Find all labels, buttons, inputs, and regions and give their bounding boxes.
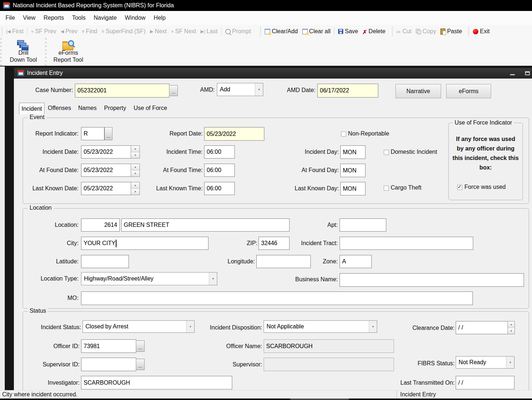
incident-entry-title-bar[interactable]: Incident Entry (14, 68, 532, 79)
maximize-icon[interactable] (525, 71, 530, 75)
incident-date-input[interactable]: 05/23/2022 (81, 145, 131, 159)
exit-button[interactable]: Exit (471, 27, 492, 36)
incident-date-spinner[interactable]: ▴▾ (131, 145, 140, 159)
menu-reports[interactable]: Reports (39, 12, 68, 24)
incident-tract-input[interactable] (340, 237, 473, 250)
case-number-label: Case Number: (22, 87, 73, 94)
eforms-button[interactable]: eForms (446, 84, 491, 98)
zip-label: ZIP: (239, 240, 257, 247)
first-button[interactable]: |◀First (4, 27, 26, 36)
location-type-dropdown[interactable]: Highway/Road/Street/Alley ▾ (81, 272, 217, 285)
clearance-date-spinner[interactable]: ▴▾ (508, 321, 515, 334)
report-date-input[interactable]: 05/23/2022 (204, 127, 264, 141)
cut-button[interactable]: ✂Cut (394, 27, 414, 36)
report-indicator-input[interactable]: R (81, 127, 104, 140)
status-bar-divider (397, 391, 397, 399)
menu-navigate[interactable]: Navigate (90, 12, 121, 24)
spin-up-icon[interactable]: ▴ (508, 321, 514, 328)
prev-button[interactable]: ◀Prev (58, 27, 80, 36)
city-input[interactable]: YOUR CITY (81, 237, 208, 250)
street-name-input[interactable]: GREEN STREET (121, 218, 290, 232)
case-number-input[interactable]: 052322001 (75, 84, 169, 98)
menu-tools[interactable]: Tools (68, 12, 89, 24)
paste-button[interactable]: Paste (438, 27, 464, 36)
tab-property[interactable]: Property (104, 105, 126, 111)
incident-status-dropdown[interactable]: Closed by Arrest ▾ (83, 320, 195, 333)
tab-offenses[interactable]: Offenses (48, 105, 71, 111)
delete-button[interactable]: ✗Delete (360, 27, 388, 36)
last-button[interactable]: ▶|Last (198, 27, 220, 36)
tab-names[interactable]: Names (78, 105, 97, 111)
force-was-used-checkbox[interactable] (457, 185, 462, 190)
at-found-date-input[interactable]: 05/23/2022 (81, 164, 131, 177)
sf-prev-button[interactable]: «SF Prev (29, 27, 58, 36)
sf-prev-icon: « (31, 29, 34, 34)
non-reportable-checkbox[interactable] (341, 132, 346, 137)
menu-file[interactable]: File (1, 12, 19, 24)
save-button[interactable]: Save (336, 27, 360, 36)
clear-add-button[interactable]: Clear/Add (263, 27, 300, 36)
officer-id-lookup-button[interactable]: ... (136, 340, 145, 352)
business-name-input[interactable] (340, 273, 524, 287)
street-number-input[interactable]: 2614 (81, 218, 120, 232)
fibrs-status-dropdown[interactable]: Not Ready ▾ (456, 356, 514, 369)
domestic-incident-checkbox[interactable] (384, 150, 389, 155)
apt-input[interactable] (340, 218, 386, 232)
spin-down-icon[interactable]: ▾ (131, 171, 139, 177)
spin-down-icon[interactable]: ▾ (508, 328, 514, 334)
longitude-label: Longitude: (219, 258, 255, 265)
spin-up-icon[interactable]: ▴ (131, 146, 139, 152)
last-known-date-spinner[interactable]: ▴▾ (131, 182, 140, 195)
tab-use-of-force[interactable]: Use of Force (134, 105, 167, 111)
narrative-button[interactable]: Narrative (395, 84, 441, 98)
amd-dropdown[interactable]: Add ▾ (217, 83, 263, 96)
supervisor-id-lookup-button[interactable]: ... (136, 359, 145, 370)
case-number-lookup-button[interactable]: ... (169, 85, 178, 96)
cargo-theft-checkbox[interactable] (384, 186, 389, 191)
find-button[interactable]: ≡Find (80, 27, 99, 36)
at-found-time-input[interactable]: 06:00 (204, 164, 235, 177)
menu-help[interactable]: Help (150, 12, 170, 24)
report-indicator-lookup-button[interactable]: ... (104, 127, 112, 140)
mo-input[interactable] (81, 292, 473, 305)
location-type-arrow-icon[interactable]: ▾ (209, 273, 217, 285)
last-known-date-input[interactable]: 05/23/2022 (81, 182, 131, 195)
fibrs-status-arrow-icon[interactable]: ▾ (506, 357, 514, 368)
incident-time-input[interactable]: 06:00 (204, 145, 235, 159)
last-known-time-input[interactable]: 06:00 (204, 182, 235, 195)
clear-all-button[interactable]: Clear all (300, 27, 333, 36)
sf-next-button[interactable]: »SF Next (169, 27, 198, 36)
supervisor-id-input[interactable] (81, 358, 136, 371)
superfind-button[interactable]: ≡SuperFind (SF) (99, 27, 148, 36)
next-button[interactable]: ▶Next (148, 27, 169, 36)
incident-disposition-dropdown[interactable]: Not Applicable ▾ (264, 320, 377, 333)
apt-label: Apt: (314, 222, 338, 228)
investigator-input[interactable]: SCARBOROUGH (81, 376, 232, 389)
amd-dropdown-arrow-icon[interactable]: ▾ (255, 83, 263, 96)
at-found-date-spinner[interactable]: ▴▾ (131, 164, 140, 177)
drill-down-tool-button[interactable]: Drill Down Tool (0, 38, 45, 66)
minimize-icon[interactable] (510, 74, 515, 75)
prompt-button[interactable]: Prompt (223, 27, 253, 36)
spin-down-icon[interactable]: ▾ (131, 189, 139, 195)
at-found-day-field: MON (340, 164, 365, 177)
incident-disposition-arrow-icon[interactable]: ▾ (369, 321, 377, 332)
officer-id-input[interactable]: 73981 (81, 339, 136, 353)
longitude-input[interactable] (256, 255, 311, 268)
amd-date-input[interactable]: 06/17/2022 (317, 84, 378, 98)
menu-view[interactable]: View (19, 12, 39, 24)
incident-disposition-label: Incident Disposition: (204, 324, 262, 331)
latitude-input[interactable] (81, 255, 129, 268)
eforms-report-tool-button[interactable]: eForms Report Tool (45, 38, 90, 66)
spin-up-icon[interactable]: ▴ (131, 182, 139, 189)
zip-input[interactable]: 32446 (259, 237, 290, 250)
clearance-date-input[interactable]: / / (456, 321, 508, 334)
incident-status-arrow-icon[interactable]: ▾ (186, 321, 194, 332)
last-transmitted-input[interactable]: / / (456, 376, 514, 389)
spin-up-icon[interactable]: ▴ (131, 164, 139, 171)
spin-down-icon[interactable]: ▾ (131, 152, 139, 159)
zone-input[interactable]: A (340, 255, 372, 268)
copy-button[interactable]: Copy (414, 27, 438, 36)
menu-window[interactable]: Window (121, 12, 150, 24)
tab-incident[interactable]: Incident (19, 103, 45, 114)
